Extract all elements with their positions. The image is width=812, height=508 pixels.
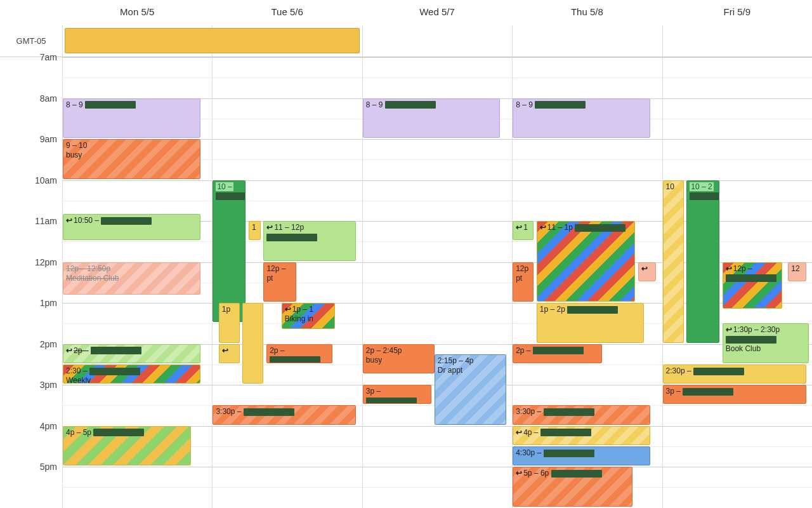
event-title: busy xyxy=(66,150,197,160)
event-time: 2p – xyxy=(516,346,530,355)
calendar-event[interactable]: 2p – xyxy=(513,344,602,363)
hour-label: 9am xyxy=(40,134,57,144)
event-time: 2:30 – xyxy=(66,366,87,375)
calendar-event[interactable]: ↩1:30p – 2:30p Book Club xyxy=(723,323,809,363)
calendar-event[interactable]: ↩5p – 6p xyxy=(513,467,632,507)
calendar-event[interactable]: 3:30p – xyxy=(513,405,650,424)
event-time: 2p – xyxy=(270,346,284,355)
calendar-event[interactable]: ↩11 – 1p xyxy=(537,221,635,302)
allday-row xyxy=(62,25,812,57)
event-time: 12 xyxy=(791,264,799,273)
event-time: 2p – xyxy=(74,346,88,355)
event-time: 8 – 9 xyxy=(366,100,383,109)
calendar-event[interactable]: ↩2p – xyxy=(63,344,200,363)
redacted-title xyxy=(575,224,625,232)
calendar-event[interactable]: 2:30p – xyxy=(663,364,806,384)
event-time: 10 xyxy=(666,182,674,191)
day-header[interactable]: Thu 5/8 xyxy=(512,0,662,25)
day-header[interactable]: Wed 5/7 xyxy=(362,0,512,25)
day-column[interactable]: 10 – 1 ↩11 – 12p 12p – pt1p ↩1p – 1 Biki… xyxy=(212,57,362,508)
event-time: 4p – xyxy=(523,428,538,437)
calendar-event[interactable]: 3:30p – xyxy=(213,405,356,424)
calendar-event[interactable]: 1p xyxy=(219,303,240,343)
calendar-event[interactable]: 3p – xyxy=(363,385,431,404)
redacted-title xyxy=(101,217,152,225)
calendar-event[interactable]: 2:30 – Weekly xyxy=(63,364,200,384)
calendar-event[interactable] xyxy=(242,303,263,384)
redacted-title xyxy=(216,192,246,200)
reply-icon: ↩ xyxy=(516,469,522,478)
event-time: 12p xyxy=(516,264,528,273)
event-time: 3p – xyxy=(666,387,681,396)
event-title: Biking in xyxy=(285,314,332,324)
reply-icon: ↩ xyxy=(726,325,732,335)
event-time: 8 – 9 xyxy=(66,100,83,109)
reply-icon: ↩ xyxy=(516,223,522,232)
allday-event[interactable] xyxy=(65,28,360,53)
redacted-title xyxy=(85,101,136,109)
event-time: 3p – xyxy=(366,387,381,396)
calendar-event[interactable]: ↩ xyxy=(638,262,656,281)
day-column[interactable]: 8 – 9 9 – 10 busy↩10:50 – 12p – 12:50p M… xyxy=(62,57,212,508)
calendar-event[interactable]: ↩ xyxy=(219,344,240,363)
reply-icon: ↩ xyxy=(285,305,291,314)
event-time: 11 – 12p xyxy=(274,223,304,232)
calendar-event[interactable]: 12p – pt xyxy=(263,262,296,302)
calendar-event[interactable]: 2:15p – 4p Dr appt xyxy=(435,354,506,425)
calendar-event[interactable]: 9 – 10 busy xyxy=(63,139,200,179)
calendar-event[interactable]: 3p – xyxy=(663,385,806,404)
calendar-event[interactable]: 1p – 2p xyxy=(537,303,644,343)
calendar-event[interactable]: 12p – 12:50p Meditation Club xyxy=(63,262,200,295)
calendar-event[interactable]: 8 – 9 xyxy=(363,98,501,138)
allday-cell[interactable] xyxy=(662,25,812,57)
event-time: 3:30p – xyxy=(516,407,541,416)
calendar-event[interactable]: 10 – 2 xyxy=(686,180,719,343)
redacted-title xyxy=(270,356,320,363)
event-time: 4:30p – xyxy=(516,448,541,457)
day-header[interactable]: Mon 5/5 xyxy=(62,0,212,25)
calendar-event[interactable]: 4p – 5p xyxy=(63,426,191,466)
calendar-event[interactable]: ↩10:50 – xyxy=(63,214,200,240)
event-time: 1 xyxy=(523,223,528,232)
calendar-event[interactable]: 12 xyxy=(788,262,806,281)
calendar-event[interactable]: ↩12p – xyxy=(723,262,782,309)
redacted-title xyxy=(266,234,317,241)
calendar-event[interactable]: ↩1 xyxy=(513,221,534,240)
events-grid[interactable]: 8 – 9 9 – 10 busy↩10:50 – 12p – 12:50p M… xyxy=(62,57,812,508)
calendar-event[interactable]: 2p – xyxy=(266,344,332,363)
event-title: Meditation Club xyxy=(66,274,197,283)
redacted-title xyxy=(385,101,436,109)
reply-icon: ↩ xyxy=(516,428,522,438)
calendar-event[interactable]: 1 xyxy=(249,221,261,240)
event-title: Weekly xyxy=(66,376,197,384)
redacted-title xyxy=(683,388,733,396)
event-time: 2:30p – xyxy=(666,366,691,375)
calendar-event[interactable]: ↩11 – 12p xyxy=(263,221,356,261)
calendar-event[interactable]: 12p pt xyxy=(513,262,534,302)
allday-cell[interactable] xyxy=(362,25,512,57)
redacted-title xyxy=(535,101,586,109)
day-header[interactable]: Fri 5/9 xyxy=(662,0,812,25)
calendar-event[interactable]: 2p – 2:45p busy xyxy=(363,344,435,373)
redacted-title xyxy=(690,192,719,200)
hour-label: 7am xyxy=(40,52,57,62)
calendar-event[interactable]: 10 – xyxy=(213,180,246,323)
reply-icon: ↩ xyxy=(222,346,228,356)
redacted-title xyxy=(93,429,144,436)
calendar-event[interactable]: 10 xyxy=(663,180,684,343)
day-column[interactable]: 8 – 9 ↩1 ↩11 – 1p 12p pt↩1p – 2p 2p – 3:… xyxy=(512,57,662,508)
redacted-title xyxy=(540,429,591,436)
calendar-event[interactable]: ↩4p – xyxy=(513,426,650,445)
calendar-event[interactable]: ↩1p – 1 Biking in xyxy=(282,303,336,329)
allday-cell[interactable] xyxy=(512,25,662,57)
calendar-event[interactable]: 4:30p – xyxy=(513,446,650,465)
calendar-event[interactable]: 8 – 9 xyxy=(63,98,200,138)
day-column[interactable]: 8 – 9 2p – 2:45p busy2:15p – 4p Dr appt3… xyxy=(362,57,512,508)
day-header[interactable]: Tue 5/6 xyxy=(212,0,362,25)
calendar-event[interactable]: 8 – 9 xyxy=(513,98,650,138)
redacted-title xyxy=(693,368,744,375)
redacted-title xyxy=(91,347,141,354)
event-title: Book Club xyxy=(726,344,806,354)
event-time: 9 – 10 xyxy=(66,141,87,150)
day-column[interactable]: 10 10 – 2 ↩12p – 12 ↩1:30p – 2:30p Book … xyxy=(662,57,812,508)
